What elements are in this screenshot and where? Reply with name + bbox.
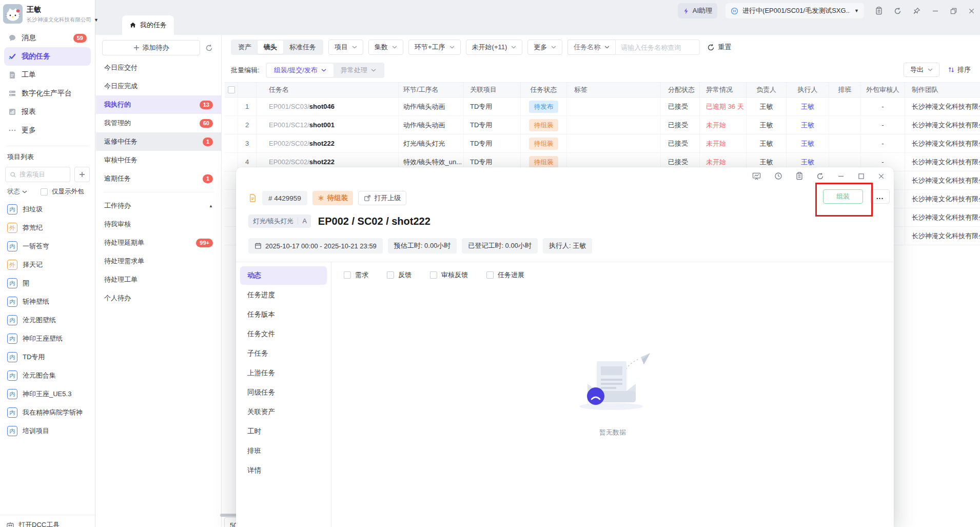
- column-header[interactable]: 负责人: [747, 83, 787, 97]
- work-todo-item[interactable]: 待处理需求单: [96, 252, 221, 270]
- column-header[interactable]: 制作团队: [905, 83, 980, 97]
- executor[interactable]: 王敏: [787, 97, 829, 115]
- running-task-timer[interactable]: 进行中(EP001/SC01/毛发测试SXG... ▼: [726, 3, 864, 18]
- quick-filter-item[interactable]: 我管理的 60: [96, 114, 221, 132]
- batch-exception-dropdown[interactable]: 异常处理: [334, 64, 383, 77]
- filter-dropdown[interactable]: 未开始(+11): [466, 40, 523, 55]
- quick-filter-item[interactable]: 我执行的 13: [96, 95, 221, 114]
- project-status-filter[interactable]: 状态: [7, 187, 27, 196]
- quick-filter-item[interactable]: 逾期任务 1: [96, 169, 221, 188]
- sidebar-item-more[interactable]: 更多: [4, 121, 91, 140]
- user-block[interactable]: 王敏 长沙神漫文化科技有限公司 ▼: [0, 0, 95, 29]
- modal-nav-item[interactable]: 同级任务: [240, 383, 327, 402]
- open-dcc-tool-button[interactable]: 打开DCC工具: [0, 515, 95, 527]
- presentation-icon[interactable]: [752, 172, 761, 180]
- filter-dropdown[interactable]: 更多: [527, 40, 562, 55]
- export-button[interactable]: 导出: [904, 63, 939, 77]
- work-todo-header[interactable]: 工作待办 ▲: [96, 197, 221, 215]
- table-row[interactable]: 2EP001/SC12/shot001动作/镜头动画TD专用待组装已接受未开始王…: [225, 116, 980, 134]
- history-icon[interactable]: [774, 172, 782, 180]
- table-row[interactable]: 3EP002/SC02/shot222灯光/镜头灯光TD专用待组装已接受未开始王…: [225, 134, 980, 153]
- sidebar-item-task-check[interactable]: 我的任务: [4, 47, 91, 66]
- quick-filter-item[interactable]: 返修中任务 1: [96, 132, 221, 151]
- row-checkbox-cell[interactable]: [225, 134, 238, 152]
- batch-assemble-dropdown[interactable]: 组装/提交/发布: [267, 64, 334, 77]
- work-todo-item[interactable]: 待处理工单: [96, 270, 221, 289]
- project-item[interactable]: 内 神印王座壁纸: [0, 329, 95, 348]
- refresh-icon[interactable]: [205, 44, 213, 52]
- project-item[interactable]: 内 開: [0, 274, 95, 292]
- only-outsourced-checkbox[interactable]: [41, 188, 48, 196]
- project-item[interactable]: 外 择天记: [0, 256, 95, 274]
- column-header[interactable]: 执行人: [787, 83, 829, 97]
- close-icon[interactable]: [968, 8, 975, 14]
- checkbox[interactable]: [387, 271, 394, 279]
- row-checkbox-cell[interactable]: [225, 97, 238, 115]
- filter-dropdown[interactable]: 项目: [328, 40, 363, 55]
- project-item[interactable]: 内 神印王座_UE5.3: [0, 385, 95, 403]
- refresh-icon[interactable]: [894, 7, 901, 15]
- pin-icon[interactable]: [913, 7, 920, 15]
- add-project-button[interactable]: [74, 167, 90, 182]
- filter-dropdown[interactable]: 环节+工序: [408, 40, 461, 55]
- modal-nav-item[interactable]: 子任务: [240, 344, 327, 363]
- project-item[interactable]: 内 TD专用: [0, 348, 95, 366]
- minimize-icon[interactable]: [837, 172, 845, 180]
- ai-assistant-button[interactable]: AI助理: [678, 3, 717, 18]
- segment-镜头[interactable]: 镜头: [258, 41, 283, 54]
- project-item[interactable]: 内 沧元图壁纸: [0, 311, 95, 329]
- modal-nav-item[interactable]: 关联资产: [240, 403, 327, 421]
- work-todo-item[interactable]: 个人待办: [96, 289, 221, 307]
- checkbox[interactable]: [430, 271, 437, 279]
- column-header[interactable]: 外包审核人: [861, 83, 905, 97]
- project-search-input[interactable]: [5, 167, 70, 182]
- project-item[interactable]: 内 一斩苍穹: [0, 237, 95, 256]
- column-header[interactable]: 异常情况: [700, 83, 747, 97]
- feed-filter-checkbox[interactable]: 反馈: [387, 270, 411, 280]
- work-todo-item[interactable]: 待处理延期单 99+: [96, 233, 221, 252]
- tab-my-tasks[interactable]: 我的任务: [122, 15, 174, 35]
- add-todo-button[interactable]: 添加待办: [102, 40, 200, 55]
- checkbox[interactable]: [344, 271, 351, 279]
- task-name-input[interactable]: [615, 40, 700, 55]
- segment-资产[interactable]: 资产: [232, 41, 258, 54]
- caret-down-icon[interactable]: ▼: [94, 17, 99, 23]
- table-row[interactable]: 1EP001/SC03/shot046动作/镜头动画TD专用待发布已接受已逾期 …: [225, 97, 980, 116]
- filter-dropdown[interactable]: 集数: [368, 40, 403, 55]
- select-all-checkbox[interactable]: [225, 83, 238, 97]
- column-header[interactable]: 标签: [567, 83, 661, 97]
- modal-nav-item[interactable]: 详情: [240, 461, 327, 480]
- sidebar-item-workorder[interactable]: 工单: [4, 66, 91, 84]
- assemble-button[interactable]: 组装: [823, 189, 863, 204]
- more-actions-button[interactable]: ...: [870, 189, 890, 204]
- project-item[interactable]: 内 扫垃圾: [0, 200, 95, 219]
- column-header[interactable]: 任务状态: [521, 83, 567, 97]
- open-parent-button[interactable]: 打开上级: [358, 191, 406, 205]
- modal-nav-item[interactable]: 任务进度: [240, 286, 327, 304]
- column-header[interactable]: 环节/工序名: [399, 83, 464, 97]
- task-name[interactable]: EP002/SC02/shot222: [257, 134, 399, 152]
- modal-nav-item[interactable]: 排班: [240, 442, 327, 460]
- column-header[interactable]: 分配状态: [661, 83, 700, 97]
- reset-button[interactable]: 重置: [707, 43, 731, 52]
- column-header[interactable]: 关联项目: [464, 83, 521, 97]
- quick-filter-item[interactable]: 审核中任务: [96, 151, 221, 169]
- feed-filter-checkbox[interactable]: 需求: [344, 270, 368, 280]
- modal-nav-item[interactable]: 动态: [240, 266, 327, 285]
- checkbox[interactable]: [486, 271, 494, 279]
- modal-nav-item[interactable]: 上游任务: [240, 364, 327, 382]
- sidebar-item-chat[interactable]: 消息 59: [4, 29, 91, 47]
- sidebar-item-report[interactable]: 报表: [4, 103, 91, 121]
- segment-标准任务[interactable]: 标准任务: [283, 41, 322, 54]
- project-search-field[interactable]: [19, 171, 61, 178]
- modal-nav-item[interactable]: 工时: [240, 422, 327, 441]
- work-todo-item[interactable]: 待我审核: [96, 215, 221, 233]
- minimize-icon[interactable]: [932, 7, 939, 14]
- restore-icon[interactable]: [950, 8, 957, 14]
- feed-filter-checkbox[interactable]: 任务进展: [486, 270, 524, 280]
- modal-nav-item[interactable]: 任务版本: [240, 305, 327, 324]
- clipboard-icon[interactable]: [875, 7, 883, 15]
- row-checkbox-cell[interactable]: [225, 116, 238, 134]
- project-item[interactable]: 外 莽荒纪: [0, 219, 95, 237]
- feed-filter-checkbox[interactable]: 审核反馈: [430, 270, 468, 280]
